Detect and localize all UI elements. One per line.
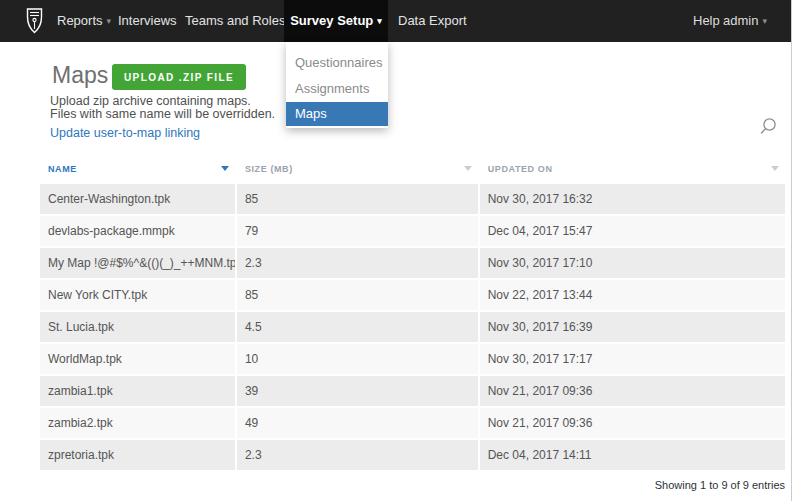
cell-size: 2.3 bbox=[237, 248, 478, 278]
table-row: zambia2.tpk49Nov 21, 2017 09:36 bbox=[40, 408, 785, 438]
chevron-down-icon: ▾ bbox=[762, 16, 767, 26]
table-row: devlabs-package.mmpk79Dec 04, 2017 15:47 bbox=[40, 216, 785, 246]
cell-name: zambia1.tpk bbox=[40, 376, 235, 406]
upload-description: Upload zip archive containing maps. File… bbox=[50, 95, 275, 121]
cell-name: zpretoria.tpk bbox=[40, 440, 235, 470]
column-header-size[interactable]: SIZE (MB) bbox=[237, 158, 478, 182]
nav-item-survey-setup[interactable]: Survey Setup▾ bbox=[284, 0, 388, 42]
column-label: NAME bbox=[48, 164, 77, 174]
dropdown-item-questionnaires[interactable]: Questionnaires bbox=[286, 50, 388, 76]
nav-item-label: Interviews bbox=[118, 13, 177, 28]
nav-item-admin[interactable]: admin▾ bbox=[723, 0, 767, 42]
sort-desc-icon bbox=[464, 166, 472, 171]
entries-info: Showing 1 to 9 of 9 entries bbox=[655, 479, 785, 491]
nav-item-help[interactable]: Help bbox=[693, 0, 720, 42]
search-icon[interactable] bbox=[757, 116, 779, 142]
nav-item-data-export[interactable]: Data Export bbox=[398, 0, 467, 42]
cell-size: 4.5 bbox=[237, 312, 478, 342]
cell-size: 2.3 bbox=[237, 440, 478, 470]
upload-zip-button[interactable]: UPLOAD .ZIP FILE bbox=[112, 64, 246, 90]
nav-item-label: Help bbox=[693, 13, 720, 28]
survey-setup-dropdown: Questionnaires Assignments Maps bbox=[286, 42, 388, 128]
cell-size: 39 bbox=[237, 376, 478, 406]
column-header-updated-on[interactable]: UPDATED ON bbox=[480, 158, 785, 182]
maps-table: NAME SIZE (MB) UPDATED ON Center-Washing… bbox=[38, 156, 787, 472]
dropdown-item-maps[interactable]: Maps bbox=[286, 102, 388, 126]
cell-size: 85 bbox=[237, 280, 478, 310]
nav-item-label: Reports bbox=[57, 13, 103, 28]
cell-name: My Map !@#$%^&(()(_)_++MNM.tpk bbox=[40, 248, 235, 278]
cell-updated-on: Nov 30, 2017 16:32 bbox=[480, 184, 785, 214]
cell-updated-on: Nov 21, 2017 09:36 bbox=[480, 408, 785, 438]
nav-item-reports[interactable]: Reports▾ bbox=[57, 0, 111, 42]
update-user-map-link[interactable]: Update user-to-map linking bbox=[50, 126, 200, 140]
chevron-down-icon: ▾ bbox=[107, 16, 112, 26]
cell-size: 85 bbox=[237, 184, 478, 214]
cell-updated-on: Nov 22, 2017 13:44 bbox=[480, 280, 785, 310]
column-label: UPDATED ON bbox=[488, 164, 553, 174]
cell-name: zambia2.tpk bbox=[40, 408, 235, 438]
nav-item-label: admin bbox=[723, 13, 758, 28]
nav-item-interviews[interactable]: Interviews bbox=[118, 0, 177, 42]
cell-name: devlabs-package.mmpk bbox=[40, 216, 235, 246]
cell-updated-on: Nov 30, 2017 17:10 bbox=[480, 248, 785, 278]
nav-item-label: Data Export bbox=[398, 13, 467, 28]
scrollbar[interactable] bbox=[791, 0, 800, 501]
table-row: New York CITY.tpk85Nov 22, 2017 13:44 bbox=[40, 280, 785, 310]
cell-updated-on: Dec 04, 2017 14:11 bbox=[480, 440, 785, 470]
cell-name: St. Lucia.tpk bbox=[40, 312, 235, 342]
column-label: SIZE (MB) bbox=[245, 164, 293, 174]
maps-table-body: Center-Washington.tpk85Nov 30, 2017 16:3… bbox=[40, 184, 785, 470]
cell-name: WorldMap.tpk bbox=[40, 344, 235, 374]
sort-desc-icon bbox=[221, 166, 229, 171]
survey-solutions-logo[interactable] bbox=[26, 8, 43, 34]
table-row: Center-Washington.tpk85Nov 30, 2017 16:3… bbox=[40, 184, 785, 214]
page-title: Maps bbox=[52, 62, 108, 89]
cell-updated-on: Dec 04, 2017 15:47 bbox=[480, 216, 785, 246]
nav-item-label: Survey Setup bbox=[290, 13, 373, 28]
cell-updated-on: Nov 30, 2017 16:39 bbox=[480, 312, 785, 342]
cell-name: New York CITY.tpk bbox=[40, 280, 235, 310]
cell-updated-on: Nov 21, 2017 09:36 bbox=[480, 376, 785, 406]
cell-size: 10 bbox=[237, 344, 478, 374]
table-row: My Map !@#$%^&(()(_)_++MNM.tpk2.3Nov 30,… bbox=[40, 248, 785, 278]
column-header-name[interactable]: NAME bbox=[40, 158, 235, 182]
cell-name: Center-Washington.tpk bbox=[40, 184, 235, 214]
dropdown-item-assignments[interactable]: Assignments bbox=[286, 76, 388, 102]
table-row: zambia1.tpk39Nov 21, 2017 09:36 bbox=[40, 376, 785, 406]
table-row: zpretoria.tpk2.3Dec 04, 2017 14:11 bbox=[40, 440, 785, 470]
description-line: Files with same name will be overridden. bbox=[50, 108, 275, 121]
cell-size: 79 bbox=[237, 216, 478, 246]
table-row: WorldMap.tpk10Nov 30, 2017 17:17 bbox=[40, 344, 785, 374]
cell-updated-on: Nov 30, 2017 17:17 bbox=[480, 344, 785, 374]
nav-item-label: Teams and Roles bbox=[185, 13, 285, 28]
cell-size: 49 bbox=[237, 408, 478, 438]
chevron-down-icon: ▾ bbox=[377, 16, 382, 26]
top-nav: Reports▾ Interviews Teams and Roles▾ Sur… bbox=[0, 0, 791, 42]
nav-item-teams-and-roles[interactable]: Teams and Roles▾ bbox=[185, 0, 294, 42]
table-row: St. Lucia.tpk4.5Nov 30, 2017 16:39 bbox=[40, 312, 785, 342]
table-header-row: NAME SIZE (MB) UPDATED ON bbox=[40, 158, 785, 182]
sort-desc-icon bbox=[771, 166, 779, 171]
